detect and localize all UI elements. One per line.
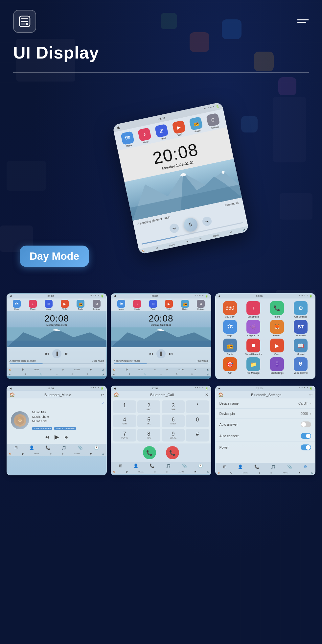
sc2-mountain xyxy=(111,327,211,347)
bt-settings-header: 🏠 Bluetooth_Settings ↩ xyxy=(216,391,315,398)
app-bluetooth[interactable]: BT Bluetooth xyxy=(291,320,310,337)
sc2-next[interactable]: ⏭ xyxy=(169,351,173,356)
bt-play[interactable]: ▶ xyxy=(55,433,59,441)
key-3[interactable]: 3 DEF xyxy=(162,400,185,413)
app-soundrecorder[interactable]: ⏺ Sound Recorder xyxy=(243,339,263,355)
app-avin[interactable]: 🎯 Avin xyxy=(220,357,240,374)
screenshot-card-2: ◀ 08:06 ⌃⌃⌃ ⌃ 🔋 🗺 Maps ♪ Music ⊞ Apps xyxy=(111,293,211,379)
bt-next[interactable]: ⏭ xyxy=(64,434,69,440)
key-hash[interactable]: # xyxy=(186,429,209,441)
prev-button[interactable]: ⏮ xyxy=(169,223,180,234)
key-6[interactable]: 6 MNO xyxy=(162,415,185,427)
sc1-radio[interactable]: 📻 Radio xyxy=(77,300,84,310)
logo-icon xyxy=(13,10,36,33)
bt-settings-nav-grid: ⊞ xyxy=(222,464,227,470)
bt-music-close[interactable]: ↩ xyxy=(101,393,104,397)
bt-settings-close[interactable]: ↩ xyxy=(309,393,312,397)
bt-settings-nav: ⊞ 👤 📞 🎵 📎 ⚙ xyxy=(216,463,315,471)
sc2-music: ⏮ ⏸ ⏭ A soothing piece of music Pure mus… xyxy=(111,347,211,368)
sc1-next[interactable]: ⏭ xyxy=(65,351,69,356)
auto-connect-label: Auto connect xyxy=(219,434,239,438)
auto-answer-toggle[interactable] xyxy=(301,421,311,427)
app-video[interactable]: ▶ Vedio xyxy=(172,120,187,137)
music-info: Music Title Music Album Music Artist A2D… xyxy=(32,410,103,431)
sc1-music[interactable]: ♪ Music xyxy=(29,300,37,310)
call-decline-button[interactable]: 📞 xyxy=(166,446,179,459)
bt-call-bottom-bar: 🏠⏻DUAL❄⟳AUTO⇄🔊 xyxy=(111,470,211,474)
bt-music-home[interactable]: 🏠 xyxy=(10,392,15,397)
bt-call-home[interactable]: 🏠 xyxy=(114,392,119,397)
app-carsettings[interactable]: ⚙ Car Settings xyxy=(291,301,310,318)
app-grid-maps[interactable]: 🗺 Maps xyxy=(220,320,240,337)
key-7[interactable]: 7 PQRS xyxy=(113,429,136,441)
sc1-music-title: A soothing piece of music xyxy=(10,360,36,362)
power-toggle[interactable] xyxy=(301,444,311,450)
key-2[interactable]: 2 ABC xyxy=(137,400,160,413)
app-settings[interactable]: ⚙ Settings xyxy=(206,113,221,130)
app-filemanager[interactable]: 📁 File Manager xyxy=(243,357,263,374)
sc1-prev[interactable]: ⏮ xyxy=(45,351,49,356)
app-voicecontrol[interactable]: 🎙 Voice Control xyxy=(291,357,310,374)
key-1[interactable]: 1 xyxy=(113,400,136,413)
sc2-radio[interactable]: 📻 Radio xyxy=(181,300,189,310)
bt-call-top-bar: ◀ 17:53 ⌃⌃⌃ ⌃ 🔋 xyxy=(111,386,211,391)
bt-music-top-bar: ◀ 17:53 ⌃⌃⌃ ⌃ 🔋 xyxy=(7,386,106,391)
sc1-settings[interactable]: ⚙ Settings xyxy=(93,300,101,310)
bt-settings-home[interactable]: 🏠 xyxy=(218,392,223,397)
key-star[interactable]: * xyxy=(186,400,209,413)
bt-settings-nav-clip: 📎 xyxy=(287,464,293,470)
status-wifi: ⟳ xyxy=(199,237,202,240)
app-radio[interactable]: 📻 Radio xyxy=(189,116,204,133)
sc1-progress[interactable] xyxy=(10,363,104,364)
bt-settings-nav-gear-active[interactable]: ⚙ xyxy=(303,464,308,470)
music-title-text: Music Title xyxy=(32,410,103,415)
sc1-apps[interactable]: ⊞ Apps xyxy=(45,300,53,310)
sc2-apps[interactable]: ⊞ Apps xyxy=(149,300,157,310)
call-answer-button[interactable]: 📞 xyxy=(143,446,156,459)
app-manual[interactable]: 📖 Manual xyxy=(291,339,310,355)
status-home: 🏠 xyxy=(142,250,145,253)
key-9[interactable]: 9 WXYZ xyxy=(162,429,185,441)
bt-prev[interactable]: ⏮ xyxy=(45,434,49,440)
bt-call-close[interactable]: ✕ xyxy=(205,393,208,397)
next-button[interactable]: ⏭ xyxy=(201,216,212,227)
key-5[interactable]: 5 JKL xyxy=(137,415,160,427)
app-360view[interactable]: 360 360 view xyxy=(220,301,240,318)
play-pause-button[interactable]: ⏸ xyxy=(182,217,199,233)
bt-call-header: 🏠 Bluetooth_Call ✕ xyxy=(111,391,211,398)
device-name-arrow[interactable]: › xyxy=(310,401,311,406)
sc2-settings[interactable]: ⚙ Settings xyxy=(197,300,205,310)
sc1-maps[interactable]: 🗺 Maps xyxy=(13,300,21,310)
nav-music-active[interactable]: 🎵 xyxy=(61,445,67,451)
sc2-play[interactable]: ⏸ xyxy=(156,349,166,358)
key-8[interactable]: 8 TUV xyxy=(137,429,160,441)
bt-music-content: Music Title Music Album Music Artist A2D… xyxy=(7,407,106,444)
app-grid-radio[interactable]: 📻 Radio xyxy=(220,339,240,355)
sc2-video[interactable]: ▶ Vedio xyxy=(165,300,173,310)
app-localmusic[interactable]: ♪ Localmusic xyxy=(243,301,263,318)
auto-connect-toggle[interactable] xyxy=(301,433,311,439)
sc2-music[interactable]: ♪ Music xyxy=(133,300,141,310)
sc1-video[interactable]: ▶ Vedio xyxy=(61,300,69,310)
sc1-app-row: 🗺 Maps ♪ Music ⊞ Apps ▶ Vedio 📻 Radi xyxy=(7,298,106,311)
hamburger-menu[interactable] xyxy=(297,19,309,23)
app-originalcar[interactable]: 👾 Original Car xyxy=(243,320,263,337)
sc1-play[interactable]: ⏸ xyxy=(52,349,61,358)
sc2-progress[interactable] xyxy=(114,363,208,364)
sc2-maps[interactable]: 🗺 Maps xyxy=(117,300,125,310)
key-4[interactable]: 4 GHI xyxy=(113,415,136,427)
app-phone[interactable]: 📞 Phone xyxy=(267,301,287,318)
app-kuwood[interactable]: 🦊 Kuwood xyxy=(267,320,287,337)
bt-call-nav-phone-active[interactable]: 📞 xyxy=(149,463,155,469)
app-grid-video[interactable]: ▶ Video xyxy=(267,339,287,355)
bt-settings-bottom-bar: 🏠⏻DUAL❄⟳AUTO⇄🔊 xyxy=(216,471,315,475)
device-pin-arrow[interactable]: › xyxy=(310,411,311,416)
app-dispsettings[interactable]: 🎛 DispSettings xyxy=(267,357,287,374)
key-0[interactable]: 0 - xyxy=(186,415,209,427)
app-apps[interactable]: ⊞ Apps xyxy=(155,124,170,141)
sc2-prev[interactable]: ⏮ xyxy=(149,351,153,356)
app-maps[interactable]: 🗺 Maps xyxy=(120,131,135,148)
bt-row-device-pin: Device pin 0000 › xyxy=(216,409,315,419)
sc3-top-bar: ◀ 08:06 ⌃⌃⌃ ⌃ 🔋 xyxy=(216,294,315,298)
app-music[interactable]: ♪ Music xyxy=(138,128,152,145)
